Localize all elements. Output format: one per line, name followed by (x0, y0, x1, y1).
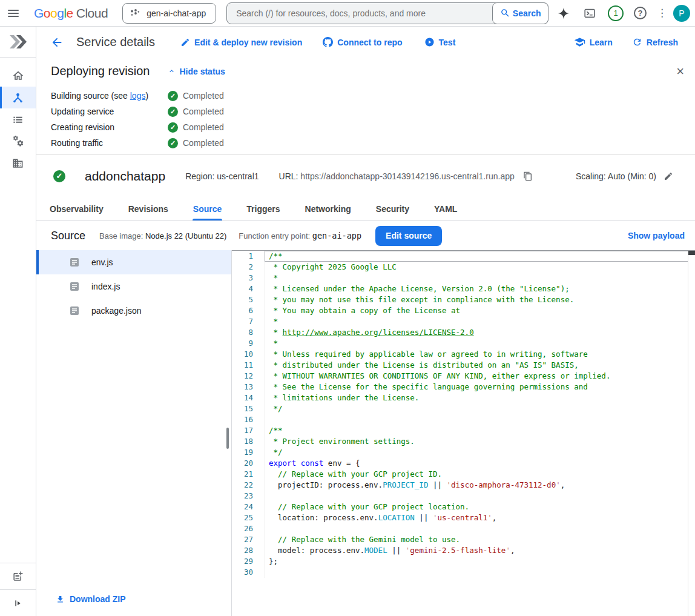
code-line[interactable]: 21 // Replace with your GCP project ID. (232, 469, 688, 480)
hide-status-toggle[interactable]: Hide status (168, 67, 225, 76)
learn-button[interactable]: Learn (574, 36, 613, 48)
code-line[interactable]: 12 * WITHOUT WARRANTIES OR CONDITIONS OF… (232, 371, 688, 382)
sidebar-item-home[interactable] (0, 65, 36, 87)
code-line[interactable]: 22 projectID: process.env.PROJECT_ID || … (232, 480, 688, 491)
code-line-content: * You may obtain a copy of the License a… (265, 305, 688, 316)
cloud-shell-icon[interactable] (582, 5, 598, 21)
line-number: 8 (232, 327, 265, 338)
search-button[interactable]: Search (492, 2, 548, 24)
sidebar-item-revisions[interactable] (0, 108, 36, 130)
tab-networking[interactable]: Networking (305, 197, 352, 220)
github-icon (323, 37, 333, 47)
line-number: 29 (232, 556, 265, 567)
code-line[interactable]: 30 (232, 567, 688, 578)
code-line[interactable]: 10 * Unless required by applicable law o… (232, 349, 688, 360)
edit-scaling-button[interactable] (664, 171, 673, 181)
code-line[interactable]: 28 model: process.env.MODEL || 'gemini-2… (232, 545, 688, 556)
code-line-content: // Replace with the Gemini model to use. (265, 534, 688, 545)
line-number: 14 (232, 392, 265, 403)
show-payload-link[interactable]: Show payload (628, 231, 685, 240)
tab-triggers[interactable]: Triggers (246, 197, 280, 220)
top-bar: Google Cloud gen-ai-chat-app Search (0, 0, 695, 27)
code-line[interactable]: 29}; (232, 556, 688, 567)
refresh-button[interactable]: Refresh (632, 37, 678, 47)
base-image-label: Base image: (99, 231, 143, 240)
code-line[interactable]: 3 * (232, 273, 688, 283)
code-line-content: * Project environment settings. (265, 436, 688, 447)
code-line[interactable]: 27 // Replace with the Gemini model to u… (232, 534, 688, 545)
file-item-package-json[interactable]: package.json (36, 299, 231, 323)
code-line[interactable]: 18 * Project environment settings. (232, 436, 688, 447)
code-editor-scrollbar-thumb[interactable] (688, 251, 695, 255)
code-line[interactable]: 7 * (232, 316, 688, 327)
code-line[interactable]: 9 * (232, 338, 688, 349)
code-line[interactable]: 8 * http://www.apache.org/licenses/LICEN… (232, 327, 688, 338)
copy-url-button[interactable] (523, 171, 533, 181)
notifications-badge[interactable]: 1 (608, 5, 624, 21)
download-zip-button[interactable]: Download ZIP (56, 594, 126, 604)
file-item-env-js[interactable]: env.js (36, 250, 231, 274)
collapse-panel-icon[interactable] (0, 589, 36, 616)
code-line[interactable]: 2 * Copyright 2025 Google LLC (232, 262, 688, 273)
code-line[interactable]: 15 */ (232, 403, 688, 414)
sidebar-item-organization[interactable] (0, 152, 36, 174)
code-line[interactable]: 16 (232, 414, 688, 425)
code-line[interactable]: 13 * See the License for the specific la… (232, 382, 688, 392)
close-icon[interactable]: × (676, 65, 684, 78)
connect-repo-button[interactable]: Connect to repo (323, 37, 402, 47)
search-input[interactable] (227, 8, 475, 18)
avatar[interactable]: P (673, 5, 690, 22)
tab-observability[interactable]: Observability (49, 197, 104, 220)
overflow-menu-icon[interactable]: ⋮ (657, 12, 663, 15)
code-line[interactable]: 6 * You may obtain a copy of the License… (232, 305, 688, 316)
code-editor-scrollbar[interactable] (688, 251, 695, 616)
release-notes-icon[interactable] (0, 563, 36, 589)
edit-deploy-button[interactable]: Edit & deploy new revision (180, 38, 302, 47)
back-arrow-icon[interactable] (50, 35, 64, 50)
sidebar-item-integrations[interactable] (0, 130, 36, 152)
tab-yaml[interactable]: YAML (433, 197, 458, 220)
pencil-icon (664, 171, 673, 181)
file-panel-scrollbar[interactable] (226, 428, 229, 449)
line-number: 13 (232, 382, 265, 392)
project-picker[interactable]: gen-ai-chat-app (122, 3, 216, 24)
code-line[interactable]: 26 (232, 523, 688, 534)
check-icon: ✓ (168, 91, 178, 101)
code-line-content: * (265, 316, 688, 327)
tab-source[interactable]: Source (193, 197, 222, 220)
main-content: Service details Edit & deploy new revisi… (36, 27, 695, 616)
status-text: Completed (183, 91, 224, 101)
code-line-content: */ (265, 447, 688, 458)
gears-icon (12, 135, 24, 147)
status-row-routing: Routing traffic ✓Completed (51, 135, 695, 151)
code-line[interactable]: 25 location: process.env.LOCATION || 'us… (232, 512, 688, 523)
edit-source-button[interactable]: Edit source (375, 226, 442, 246)
tab-revisions[interactable]: Revisions (128, 197, 169, 220)
code-line[interactable]: 17/** (232, 425, 688, 436)
test-button[interactable]: Test (424, 37, 456, 47)
logs-link[interactable]: logs (130, 91, 146, 101)
code-line[interactable]: 20export const env = { (232, 458, 688, 469)
code-line-content: * http://www.apache.org/licenses/LICENSE… (265, 327, 688, 338)
code-line[interactable]: 11 * distributed under the License is di… (232, 360, 688, 371)
service-name: addonchatapp (85, 169, 165, 184)
menu-icon[interactable] (0, 0, 27, 27)
code-line[interactable]: 23 (232, 491, 688, 502)
file-name: env.js (91, 257, 113, 267)
code-line[interactable]: 5 * you may not use this file except in … (232, 294, 688, 305)
cloud-run-icon (0, 27, 36, 58)
gemini-spark-icon[interactable] (556, 5, 571, 21)
code-line[interactable]: 14 * limitations under the License. (232, 392, 688, 403)
file-item-index-js[interactable]: index.js (36, 274, 231, 299)
sidebar-item-services[interactable] (0, 87, 36, 108)
code-line[interactable]: 1/** (232, 251, 688, 262)
refresh-icon (632, 37, 642, 47)
code-line[interactable]: 4 * Licensed under the Apache License, V… (232, 283, 688, 294)
tab-security[interactable]: Security (375, 197, 410, 220)
copy-icon (523, 171, 533, 181)
help-icon[interactable]: ? (634, 7, 647, 19)
code-line[interactable]: 19 */ (232, 447, 688, 458)
line-number: 11 (232, 360, 265, 371)
code-editor[interactable]: 1/**2 * Copyright 2025 Google LLC3 *4 * … (232, 250, 695, 616)
code-line[interactable]: 24 // Replace with your GCP project loca… (232, 502, 688, 512)
